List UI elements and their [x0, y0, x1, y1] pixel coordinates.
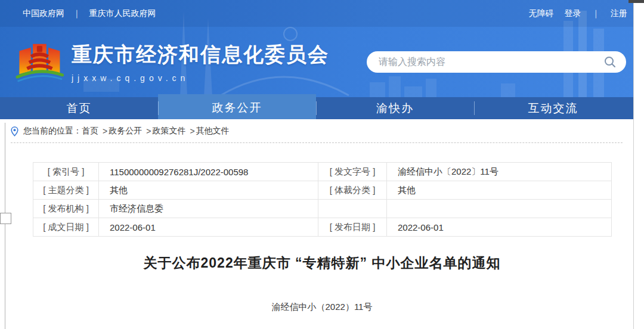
screenshot-artifact-corner-handle — [628, 0, 644, 3]
gov-links: 中国政府网 ｜ 重庆市人民政府网 — [23, 8, 156, 19]
search-input[interactable] — [379, 57, 602, 67]
meta-label: [ 发文字号 ] — [318, 163, 387, 181]
meta-label: [ 成文日期 ] — [33, 218, 99, 237]
meta-value-genre-category: 其他 — [387, 181, 612, 200]
document-meta-table: [ 索引号 ] 11500000009276281J/2022-00598 [ … — [33, 162, 612, 237]
site-title: 重庆市经济和信息化委员会 — [72, 41, 329, 69]
search-box — [367, 51, 626, 73]
site-logo[interactable] — [14, 36, 64, 88]
meta-label: [ 体裁分类 ] — [318, 181, 387, 200]
account-links: 无障碍 登录 ｜ 注册 — [521, 8, 627, 19]
screenshot-artifact-right-margin — [633, 0, 644, 329]
meta-value-index-number: 11500000009276281J/2022-00598 — [99, 163, 318, 181]
crumb-other-files[interactable]: 其他文件 — [196, 126, 230, 136]
search-icon — [603, 55, 617, 69]
breadcrumb: 您当前的位置： 首页 > 政务公开 > 政策文件 > 其他文件 — [0, 119, 633, 143]
nav-item-interaction[interactable]: 互动交流 — [474, 97, 632, 119]
breadcrumb-prefix: 您当前的位置： — [23, 126, 82, 136]
table-row: [ 索引号 ] 11500000009276281J/2022-00598 [ … — [33, 163, 612, 181]
article-doc-number: 渝经信中小（2022）11号 — [0, 302, 644, 313]
meta-value-written-date: 2022-06-01 — [99, 218, 318, 237]
header-hero: 中国政府网 ｜ 重庆市人民政府网 无障碍 登录 ｜ 注册 — [0, 0, 644, 97]
table-row: [ 发布机构 ] 市经济信息委 — [33, 200, 612, 218]
screenshot-artifact-left-handle — [0, 213, 11, 224]
top-utility-bar: 中国政府网 ｜ 重庆市人民政府网 无障碍 登录 ｜ 注册 — [0, 0, 644, 27]
nav-item-yukuaiban[interactable]: 渝快办 — [316, 97, 474, 119]
topbar-divider: ｜ — [73, 8, 81, 18]
meta-label: [ 发布日期 ] — [318, 218, 387, 237]
location-pin-icon — [11, 126, 18, 136]
table-row: [ 成文日期 ] 2022-06-01 [ 发布日期 ] 2022-06-01 — [33, 218, 612, 237]
crumb-home[interactable]: 首页 — [82, 126, 98, 136]
link-china-gov[interactable]: 中国政府网 — [23, 8, 64, 18]
article-title: 关于公布2022年重庆市 “专精特新” 中小企业名单的通知 — [0, 254, 644, 272]
register-link[interactable]: 注册 — [611, 8, 627, 18]
site-identity: 重庆市经济和信息化委员会 jjxxw.cq.gov.cn — [72, 41, 329, 83]
search-button[interactable] — [602, 54, 618, 70]
crumb-policy-files[interactable]: 政策文件 — [152, 126, 185, 136]
meta-value-topic-category: 其他 — [99, 181, 318, 200]
screenshot-artifact-left-line — [5, 123, 5, 329]
nav-item-home[interactable]: 首页 — [0, 97, 158, 119]
login-link[interactable]: 登录 — [565, 8, 581, 18]
site-url: jjxxw.cq.gov.cn — [72, 73, 329, 83]
accessibility-link[interactable]: 无障碍 — [529, 8, 554, 18]
meta-value-empty — [387, 200, 612, 218]
link-chongqing-gov[interactable]: 重庆市人民政府网 — [89, 8, 156, 18]
breadcrumb-separator: > — [103, 126, 107, 136]
meta-label: [ 索引号 ] — [33, 163, 99, 181]
breadcrumb-separator: > — [146, 126, 151, 136]
table-row: [ 主题分类 ] 其他 [ 体裁分类 ] 其他 — [33, 181, 612, 200]
meta-label: [ 主题分类 ] — [33, 181, 99, 200]
nav-item-gov-affairs[interactable]: 政务公开 — [158, 94, 316, 119]
topbar-divider: ｜ — [592, 8, 600, 18]
meta-value-publish-date: 2022-06-01 — [387, 218, 612, 237]
meta-label — [318, 200, 387, 218]
main-nav: 首页 政务公开 渝快办 互动交流 — [0, 94, 633, 119]
site-header: 重庆市经济和信息化委员会 jjxxw.cq.gov.cn — [0, 27, 633, 97]
meta-value-doc-symbol: 渝经信中小〔2022〕11号 — [387, 163, 612, 181]
crumb-gov-affairs[interactable]: 政务公开 — [109, 126, 142, 136]
breadcrumb-separator: > — [190, 126, 194, 136]
meta-label: [ 发布机构 ] — [33, 200, 99, 218]
meta-value-issuing-agency: 市经济信息委 — [99, 200, 318, 218]
